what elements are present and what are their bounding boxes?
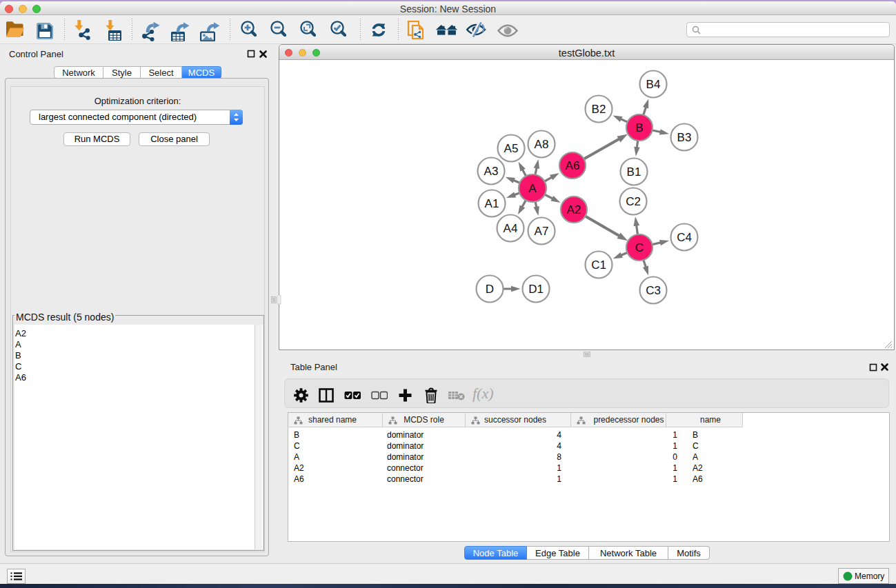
- svg-text:B3: B3: [677, 131, 692, 144]
- svg-text:C1: C1: [591, 258, 606, 272]
- svg-text:C4: C4: [677, 231, 692, 244]
- svg-text:A2: A2: [567, 203, 581, 216]
- svg-text:C2: C2: [626, 195, 641, 208]
- svg-text:A1: A1: [485, 197, 499, 210]
- svg-text:C3: C3: [646, 284, 661, 297]
- svg-text:D: D: [486, 283, 494, 296]
- svg-text:A8: A8: [535, 138, 549, 151]
- svg-text:A: A: [528, 182, 537, 195]
- svg-text:A4: A4: [504, 222, 518, 235]
- svg-text:B2: B2: [592, 103, 606, 116]
- svg-text:A3: A3: [484, 165, 499, 178]
- svg-text:A7: A7: [535, 225, 549, 238]
- svg-text:C: C: [635, 241, 644, 254]
- svg-text:B1: B1: [627, 165, 641, 179]
- svg-text:B4: B4: [646, 78, 661, 91]
- svg-text:D1: D1: [528, 283, 544, 296]
- svg-text:A6: A6: [566, 159, 580, 172]
- svg-text:B: B: [635, 121, 643, 134]
- svg-text:A5: A5: [504, 142, 519, 155]
